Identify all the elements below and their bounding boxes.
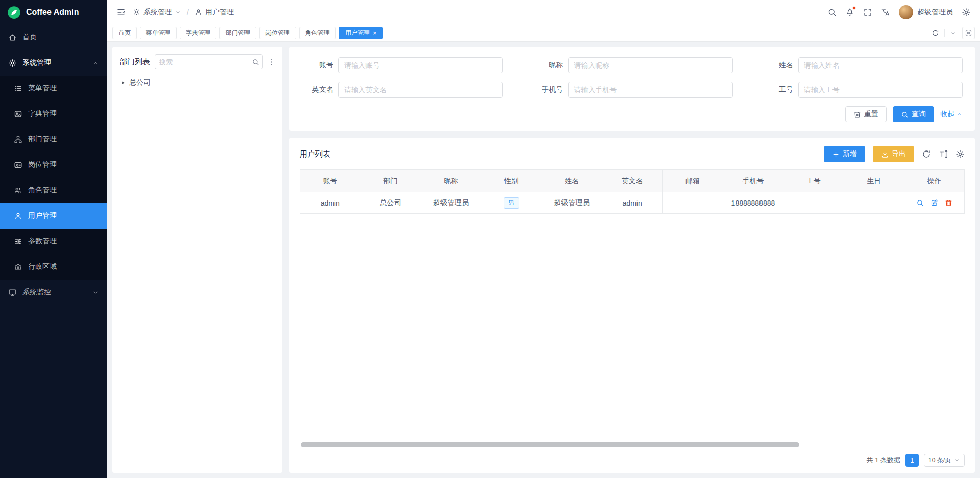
tab-bar: 首页 菜单管理 字典管理 部门管理 岗位管理 角色管理 用户管理 × [107,24,980,42]
sidebar-item-post-management[interactable]: 岗位管理 [0,152,107,178]
tab-menu-management[interactable]: 菜单管理 [140,27,177,39]
app-logo[interactable]: Coffee Admin [0,0,107,24]
params-icon [14,237,22,246]
department-tree: 总公司 [119,76,275,90]
content-fullscreen-button[interactable] [962,27,975,39]
tab-actions [932,27,975,39]
delete-row-button[interactable] [945,199,952,207]
column-settings-button[interactable] [955,149,965,159]
view-icon [916,199,924,207]
name-input[interactable] [798,57,963,73]
tab-dictionary-management[interactable]: 字典管理 [180,27,216,39]
edit-row-button[interactable] [930,199,938,207]
refresh-tab-button[interactable] [932,29,939,37]
page-number-1[interactable]: 1 [905,454,919,467]
tab-label: 用户管理 [345,29,370,37]
translate-button[interactable] [881,8,890,17]
sidebar-item-label: 部门管理 [28,135,57,144]
nickname-field: 昵称 [531,57,732,73]
cell-gender: 男 [481,192,542,214]
user-table: 账号 部门 昵称 性别 姓名 英文名 邮箱 手机号 工号 生日 操作 [300,169,965,214]
account-input[interactable] [338,57,503,73]
view-row-button[interactable] [916,199,924,207]
tab-label: 部门管理 [226,29,250,37]
avatar [899,5,913,19]
tab-label: 岗位管理 [265,29,290,37]
page-size-select[interactable]: 10 条/页 [924,454,965,467]
phone-field: 手机号 [531,82,732,98]
sidebar-item-role-management[interactable]: 角色管理 [0,178,107,203]
nickname-input[interactable] [568,57,732,73]
global-search-button[interactable] [827,8,837,17]
cell-nickname: 超级管理员 [421,192,481,214]
tab-user-management[interactable]: 用户管理 × [339,27,383,39]
sidebar-item-label: 用户管理 [28,211,57,220]
field-label: 姓名 [762,61,793,70]
sidebar-item-department-management[interactable]: 部门管理 [0,127,107,152]
tab-home[interactable]: 首页 [112,27,137,39]
english-name-input[interactable] [338,82,503,98]
collapse-form-button[interactable]: 收起 [940,110,963,119]
table-refresh-button[interactable] [922,149,931,159]
chevron-up-icon [92,60,99,66]
notifications-button[interactable] [845,8,854,17]
breadcrumb-item-system[interactable]: 系统管理 [133,8,181,17]
home-icon [8,33,17,42]
department-icon [14,135,22,144]
department-search-input[interactable] [155,54,248,69]
sidebar-item-user-management[interactable]: 用户管理 [0,203,107,229]
export-button[interactable]: 导出 [873,146,914,162]
sidebar-collapse-button[interactable] [116,8,126,17]
query-button-label: 查询 [912,110,926,119]
query-button[interactable]: 查询 [893,106,934,122]
add-user-button[interactable]: 新增 [824,146,865,162]
sidebar-item-menu-management[interactable]: 菜单管理 [0,76,107,101]
tab-post-management[interactable]: 岗位管理 [259,27,296,39]
reset-button[interactable]: 重置 [845,106,887,122]
phone-input[interactable] [568,82,732,98]
user-icon [194,8,202,16]
gear-icon [955,149,965,159]
main-area: 系统管理 / 用户管理 [107,0,980,478]
cell-name: 超级管理员 [542,192,602,214]
cell-english-name: admin [602,192,662,214]
work-id-input[interactable] [798,82,963,98]
close-icon[interactable]: × [373,30,377,36]
app-title: Coffee Admin [26,8,79,17]
user-list-card: 用户列表 新增 导出 [289,138,975,473]
sidebar-item-system-management[interactable]: 系统管理 [0,50,107,76]
sidebar-item-system-monitor[interactable]: 系统监控 [0,280,107,305]
right-column: 账号 昵称 姓名 英文名 [289,47,975,473]
tab-department-management[interactable]: 部门管理 [219,27,256,39]
settings-button[interactable] [962,8,971,17]
user-menu[interactable]: 超级管理员 [899,5,953,19]
page-size-label: 10 条/页 [928,456,951,465]
search-form: 账号 昵称 姓名 英文名 [302,57,963,98]
tree-node-company[interactable]: 总公司 [119,76,275,90]
col-header-english-name: 英文名 [602,170,662,192]
cell-department: 总公司 [360,192,421,214]
row-height-button[interactable] [939,149,948,159]
sidebar-item-dictionary-management[interactable]: 字典管理 [0,101,107,127]
sidebar-item-home[interactable]: 首页 [0,24,107,50]
cell-work-id [783,192,844,214]
region-icon [14,263,22,271]
breadcrumb: 系统管理 / 用户管理 [133,8,234,17]
breadcrumb-separator: / [187,8,189,16]
tab-options-button[interactable] [950,30,956,36]
tab-role-management[interactable]: 角色管理 [299,27,336,39]
sidebar-item-region-management[interactable]: 行政区域 [0,254,107,280]
breadcrumb-item-user-management[interactable]: 用户管理 [194,8,234,17]
department-search-button[interactable] [248,54,263,69]
sidebar-item-params-management[interactable]: 参数管理 [0,229,107,254]
department-more-button[interactable] [267,58,275,66]
breadcrumb-label: 用户管理 [205,8,234,17]
caret-right-icon[interactable] [120,80,126,85]
tab-label: 角色管理 [305,29,330,37]
dictionary-icon [14,110,22,118]
scrollbar-thumb[interactable] [301,442,799,447]
content-area: 部门列表 总公司 [107,42,980,478]
field-label: 账号 [302,61,333,70]
reset-button-label: 重置 [864,110,878,119]
fullscreen-button[interactable] [863,8,872,17]
